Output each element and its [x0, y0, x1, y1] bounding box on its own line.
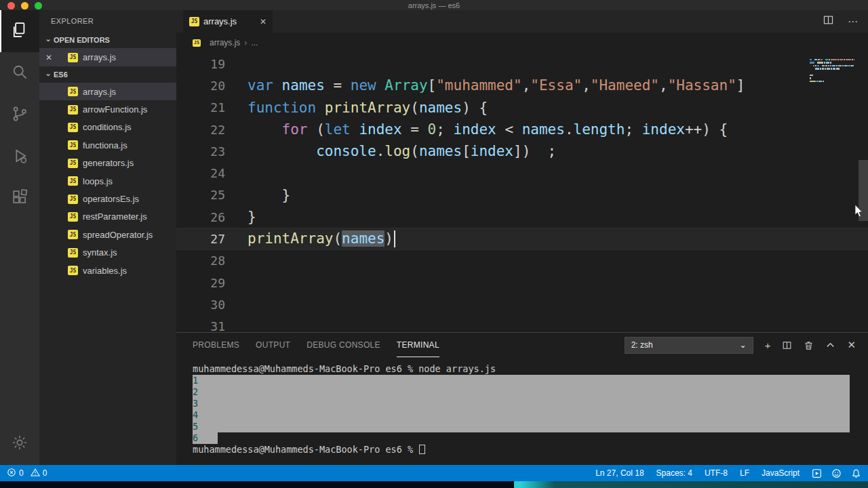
code-line-26[interactable]: 26} [176, 206, 868, 228]
run-box-icon[interactable] [812, 468, 822, 479]
file-item-spreadOperator.js[interactable]: JSspreadOperator.js [39, 226, 176, 243]
panel-tab-problems[interactable]: PROBLEMS [193, 333, 239, 357]
js-file-icon: JS [193, 39, 201, 47]
minimap-line [810, 71, 854, 73]
notifications-bell-icon[interactable] [851, 468, 861, 479]
feedback-smiley-icon[interactable] [831, 468, 842, 479]
more-actions-icon[interactable]: ⋯ [848, 16, 859, 28]
code-line-20[interactable]: 20var names = new Array["muhammed","Essa… [176, 75, 868, 96]
code-line-19[interactable]: 19 [176, 53, 868, 75]
code-line-21[interactable]: 21function printArray(names) { [176, 97, 868, 119]
open-editors-section-header[interactable]: ⌄ OPEN EDITORS [39, 32, 176, 48]
file-name: operatorsEs.js [83, 194, 139, 204]
status-eol[interactable]: LF [740, 468, 749, 478]
split-terminal-icon[interactable] [782, 340, 792, 350]
activity-search-button[interactable] [0, 52, 39, 94]
close-panel-icon[interactable]: ✕ [847, 339, 856, 351]
status-line-col[interactable]: Ln 27, Col 18 [595, 468, 644, 478]
line-number: 20 [176, 79, 225, 93]
terminal-content[interactable]: muhammedessa@Muhammeds-MacBook-Pro es6 %… [176, 357, 868, 465]
terminal-line: muhammedessa@Muhammeds-MacBook-Pro es6 %… [193, 363, 868, 375]
panel-tab-output[interactable]: OUTPUT [256, 333, 290, 357]
warning-count: 0 [43, 468, 47, 478]
settings-button[interactable] [0, 423, 39, 465]
problems-status[interactable]: 0 0 [7, 468, 47, 479]
activity-run-debug-button[interactable] [0, 136, 39, 178]
code-line-28[interactable]: 28 [176, 250, 868, 272]
open-editor-item-arrays[interactable]: ✕ JS arrays.js [39, 48, 176, 66]
file-name: spreadOperator.js [83, 230, 153, 240]
code-text: printArray(names) [225, 230, 395, 248]
tab-arrays-js[interactable]: JS arrays.js ✕ [183, 10, 273, 33]
js-file-icon: JS [68, 195, 78, 204]
file-item-arrays.js[interactable]: JSarrays.js [39, 83, 176, 100]
minimap-line [810, 75, 854, 77]
file-item-variables.js[interactable]: JSvariables.js [39, 262, 176, 279]
panel-tab-debug-console[interactable]: DEBUG CONSOLE [307, 333, 380, 357]
file-item-conditions.js[interactable]: JSconditions.js [39, 119, 176, 136]
code-line-24[interactable]: 24 [176, 162, 868, 184]
file-item-loops.js[interactable]: JSloops.js [39, 172, 176, 190]
js-file-icon: JS [68, 159, 78, 168]
file-item-functiona.js[interactable]: JSfunctiona.js [39, 136, 176, 154]
status-language[interactable]: JavaScript [762, 468, 800, 478]
breadcrumb-symbol[interactable]: ... [251, 38, 258, 47]
code-text: } [225, 187, 290, 203]
sidebar-title: EXPLORER [39, 10, 176, 32]
status-indentation[interactable]: Spaces: 4 [656, 468, 692, 478]
tab-close-icon[interactable]: ✕ [260, 17, 267, 26]
code-line-27[interactable]: 27printArray(names) [176, 228, 868, 249]
file-item-arrowFunction.js[interactable]: JSarrowFunction.js [39, 100, 176, 118]
file-name: arrowFunction.js [83, 104, 147, 115]
code-lines: 1920var names = new Array["muhammed","Es… [176, 53, 868, 332]
status-bar: 0 0 Ln 27, Col 18Spaces: 4UTF-8LFJavaScr… [0, 465, 868, 481]
split-editor-icon[interactable] [823, 14, 834, 28]
code-text: for (let index = 0; index < names.length… [225, 121, 728, 138]
close-icon[interactable]: ✕ [43, 53, 54, 62]
line-number: 21 [176, 100, 225, 115]
code-line-22[interactable]: 22 for (let index = 0; index < names.len… [176, 119, 868, 140]
maximize-panel-icon[interactable] [825, 340, 835, 350]
bottom-strip [0, 481, 868, 488]
minimize-window-button[interactable] [21, 2, 28, 9]
shell-select-value: 2: zsh [631, 340, 653, 350]
breadcrumb-separator-icon: › [244, 38, 247, 47]
line-number: 23 [176, 144, 225, 159]
file-item-operatorsEs.js[interactable]: JSoperatorsEs.js [39, 190, 176, 207]
terminal-line: 3 [193, 398, 850, 409]
code-line-23[interactable]: 23 console.log(names[index]) ; [176, 140, 868, 162]
code-editor[interactable]: 1920var names = new Array["muhammed","Es… [176, 53, 868, 332]
activity-extensions-button[interactable] [0, 178, 39, 220]
kill-terminal-trash-icon[interactable] [804, 340, 814, 350]
chevron-down-icon: ⌄ [740, 340, 747, 350]
traffic-lights [7, 2, 42, 9]
text-cursor [394, 230, 395, 247]
activity-explorer-button[interactable] [0, 10, 39, 52]
code-line-25[interactable]: 25 } [176, 184, 868, 206]
code-line-29[interactable]: 29 [176, 272, 868, 293]
new-terminal-icon[interactable]: + [765, 340, 771, 351]
code-line-30[interactable]: 30 [176, 293, 868, 315]
breadcrumb[interactable]: JS arrays.js › ... [176, 33, 868, 53]
line-number: 31 [176, 319, 225, 332]
breadcrumb-file[interactable]: arrays.js [210, 38, 240, 47]
zoom-window-button[interactable] [35, 2, 42, 9]
js-file-icon: JS [68, 123, 78, 132]
open-editors-label: OPEN EDITORS [54, 36, 110, 44]
file-item-restParameter.js[interactable]: JSrestParameter.js [39, 208, 176, 226]
activity-source-control-button[interactable] [0, 94, 39, 136]
minimap[interactable] [810, 56, 854, 96]
folder-section-header[interactable]: ⌄ ES6 [39, 66, 176, 83]
editor-group: JS arrays.js ✕ ⋯ JS arrays.js › ... 1920… [176, 10, 868, 465]
close-window-button[interactable] [7, 2, 15, 9]
panel-tab-terminal[interactable]: TERMINAL [397, 333, 439, 357]
terminal-line[interactable]: muhammedessa@Muhammeds-MacBook-Pro es6 % [193, 444, 868, 455]
file-item-syntax.js[interactable]: JSsyntax.js [39, 244, 176, 262]
line-number: 26 [176, 210, 225, 224]
file-name: generators.js [83, 158, 134, 168]
terminal-shell-select[interactable]: 2: zsh ⌄ [625, 337, 753, 354]
code-line-31[interactable]: 31 [176, 316, 868, 332]
status-encoding[interactable]: UTF-8 [705, 468, 728, 478]
file-item-generators.js[interactable]: JSgenerators.js [39, 155, 176, 172]
explorer-sidebar: EXPLORER ⌄ OPEN EDITORS ✕ JS arrays.js ⌄… [39, 10, 176, 465]
